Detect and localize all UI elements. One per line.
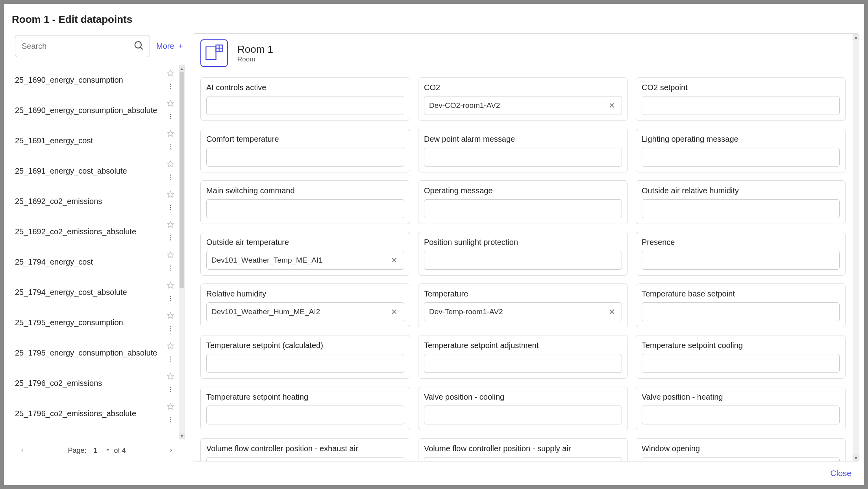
svg-point-19 [170,178,171,180]
fields-grid: AI controls active CO2 Dev-CO2-room1-AV2… [193,74,853,461]
field-card: Valve position - heating [636,387,846,430]
clear-icon[interactable]: ✕ [389,307,399,317]
close-button[interactable]: Close [830,469,851,478]
sidebar-scrollbar[interactable]: ▲ ▼ [179,65,185,439]
dots-icon[interactable] [167,143,174,152]
field-input[interactable] [206,199,404,218]
field-input[interactable] [642,354,840,373]
list-item[interactable]: 25_1691_energy_cost [15,126,177,156]
page-dropdown-icon[interactable] [105,446,111,455]
field-input[interactable]: Dev101_Weather_Hum_ME_AI2 ✕ [206,302,404,321]
field-input[interactable]: Dev-Temp-room1-AV2 ✕ [424,302,622,321]
datapoint-list: 25_1690_energy_consumption 25_1690_energ… [15,65,177,439]
field-input[interactable] [424,251,622,270]
field-card: Temperature setpoint cooling [636,335,846,379]
svg-point-50 [170,419,171,420]
star-icon[interactable] [167,403,174,411]
star-icon[interactable] [167,342,174,351]
star-icon[interactable] [167,69,174,78]
svg-line-1 [141,47,143,50]
star-icon[interactable] [167,191,174,199]
list-item-actions [167,69,174,91]
main-scroll-down[interactable]: ▼ [853,455,859,461]
list-item[interactable]: 25_1796_co2_emissions [15,368,177,398]
field-input[interactable] [424,354,622,373]
field-input[interactable] [642,148,840,167]
list-item[interactable]: 25_1796_co2_emissions_absolute [15,398,177,429]
svg-marker-24 [168,221,174,227]
clear-icon[interactable]: ✕ [389,256,399,265]
field-card: Temperature setpoint heating [200,387,410,430]
field-input[interactable] [206,148,404,167]
dots-icon[interactable] [167,113,174,122]
field-input[interactable] [206,96,404,115]
field-card: Position sunlight protection [418,232,628,276]
field-input[interactable] [642,302,840,321]
list-item[interactable]: 25_1691_energy_cost_absolute [15,156,177,186]
main-scroll-up[interactable]: ▲ [853,34,859,40]
list-item[interactable]: 25_1692_co2_emissions_absolute [15,217,177,247]
list-item[interactable]: 25_1692_co2_emissions [15,186,177,217]
field-input[interactable] [206,457,404,461]
star-icon[interactable] [167,312,174,320]
search-input[interactable] [15,42,128,51]
modal-body: More 25_1690_energy_consumption [4,32,864,461]
star-icon[interactable] [167,372,174,381]
clear-icon[interactable]: ✕ [607,101,617,110]
scroll-down-arrow[interactable]: ▼ [179,433,185,439]
dots-icon[interactable] [167,234,174,243]
list-item[interactable]: 25_1690_energy_consumption [15,65,177,95]
dots-icon[interactable] [167,295,174,304]
scroll-up-arrow[interactable]: ▲ [179,65,185,72]
field-input[interactable] [424,148,622,167]
field-input[interactable] [642,199,840,218]
list-item[interactable]: 25_1690_energy_consumption_absolute [15,95,177,126]
page-current[interactable]: 1 [90,446,102,455]
dots-icon[interactable] [167,386,174,395]
more-button[interactable]: More [156,42,187,51]
field-input[interactable] [206,406,404,424]
star-icon[interactable] [167,251,174,260]
dots-icon[interactable] [167,83,174,91]
page-next[interactable] [165,445,177,457]
scroll-thumb[interactable] [180,72,184,288]
search-icon[interactable] [128,40,150,52]
dots-icon[interactable] [167,174,174,182]
dots-icon[interactable] [167,204,174,213]
field-input[interactable] [642,457,840,461]
field-input[interactable] [642,251,840,270]
dots-icon[interactable] [167,416,174,425]
field-card: Presence [636,232,846,276]
star-icon[interactable] [167,282,174,290]
main-scrollbar[interactable]: ▲ ▼ [853,34,859,461]
svg-point-22 [170,207,171,208]
field-input[interactable]: Dev-CO2-room1-AV2 ✕ [424,96,622,115]
svg-point-29 [170,265,171,267]
field-input[interactable] [424,199,622,218]
field-value: Dev-Temp-room1-AV2 [429,307,607,316]
dots-icon[interactable] [167,265,174,273]
field-label: AI controls active [206,83,404,92]
star-icon[interactable] [167,221,174,230]
svg-point-37 [170,326,171,327]
star-icon[interactable] [167,130,174,139]
star-icon[interactable] [167,160,174,169]
list-item-label: 25_1692_co2_emissions_absolute [15,227,136,236]
field-input[interactable] [424,457,622,461]
list-item[interactable]: 25_1794_energy_cost_absolute [15,277,177,307]
page-prev[interactable] [17,445,28,457]
field-card: Temperature setpoint adjustment [418,335,628,379]
field-input[interactable] [206,354,404,373]
clear-icon[interactable]: ✕ [607,307,617,317]
field-input[interactable] [424,406,622,424]
dots-icon[interactable] [167,325,174,334]
dots-icon[interactable] [167,356,174,364]
list-item[interactable]: 25_1794_energy_cost [15,247,177,277]
list-item[interactable]: 25_1795_energy_consumption [15,307,177,338]
field-input[interactable]: Dev101_Weather_Temp_ME_AI1 ✕ [206,251,404,270]
list-item[interactable]: 25_1795_energy_consumption_absolute [15,338,177,368]
svg-marker-44 [168,373,174,379]
field-input[interactable] [642,96,840,115]
star-icon[interactable] [167,100,174,108]
field-input[interactable] [642,406,840,424]
